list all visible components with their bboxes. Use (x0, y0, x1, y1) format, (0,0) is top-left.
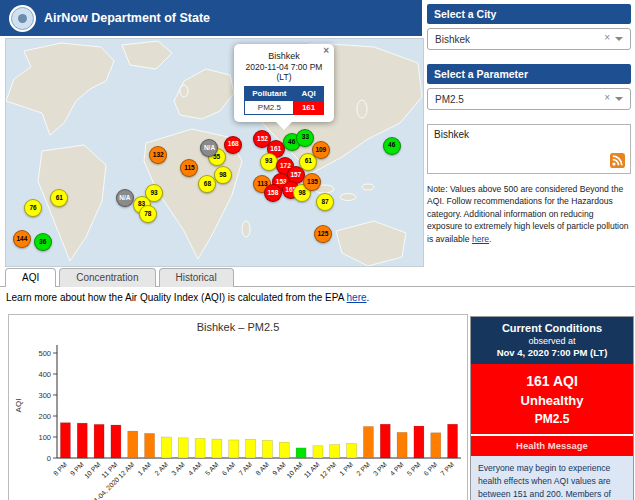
aqi-marker[interactable]: N/A (116, 189, 134, 207)
y-axis-title: AQI (14, 399, 23, 413)
chart-bar[interactable] (262, 440, 272, 458)
aqi-marker[interactable]: 87 (316, 193, 334, 211)
chart-bar[interactable] (296, 448, 306, 458)
aqi-marker[interactable]: 36 (34, 233, 52, 251)
chart-bar[interactable] (77, 423, 87, 458)
x-axis-label: 12 PM (319, 461, 338, 480)
city-select[interactable]: Bishkek × (427, 28, 631, 50)
page-title: AirNow Department of State (44, 11, 210, 25)
aqi-marker[interactable]: 76 (24, 199, 42, 217)
chart-canvas: 0100200300400500AQI8 PM9 PM10 PM11 PM11-… (9, 315, 467, 500)
chart-bar[interactable] (195, 438, 205, 458)
x-axis-label: 5 AM (204, 461, 220, 477)
observed-datetime: Nov 4, 2020 7:00 PM (LT) (475, 347, 629, 358)
learn-more-here-link[interactable]: here (347, 292, 367, 303)
chevron-down-icon[interactable] (615, 97, 623, 101)
chart-bar[interactable] (279, 442, 289, 458)
tab-concentration[interactable]: Concentration (59, 268, 155, 287)
aqi-marker[interactable]: 98 (214, 166, 232, 184)
tab-historical[interactable]: Historical (159, 268, 234, 287)
popup-local-time-label: (LT) (238, 72, 330, 82)
chart-bar[interactable] (313, 446, 323, 458)
chart-bar[interactable] (380, 424, 390, 458)
aqi-marker[interactable]: 115 (180, 159, 198, 177)
popup-city: Bishkek (238, 51, 330, 61)
parameter-select[interactable]: PM2.5 × (427, 88, 631, 110)
world-map[interactable]: 13211555N/A16898681521614633931726110915… (5, 38, 424, 267)
chart-bar[interactable] (128, 431, 138, 458)
y-axis-tick-label: 500 (38, 349, 51, 358)
chart-bar[interactable] (448, 424, 458, 458)
chart-bar[interactable] (145, 433, 155, 458)
tab-aqi[interactable]: AQI (5, 268, 56, 287)
aqi-marker[interactable]: 61 (50, 189, 68, 207)
x-axis-label: 2 PM (355, 461, 371, 477)
chart-bar[interactable] (94, 424, 104, 458)
chart-bar[interactable] (246, 439, 256, 458)
aqi-marker[interactable]: 78 (139, 205, 157, 223)
x-axis-label: 8 PM (52, 461, 68, 477)
aqi-marker[interactable]: N/A (200, 139, 218, 157)
popup-datetime: 2020-11-04 7:00 PM (238, 62, 330, 72)
app-header: AirNow Department of State (0, 0, 422, 36)
chart-bar[interactable] (161, 437, 171, 458)
x-axis-label: 11 AM (302, 461, 320, 479)
rss-icon[interactable] (610, 153, 625, 168)
note-suffix: . (489, 234, 491, 244)
chart-bar[interactable] (330, 445, 340, 458)
aqi-marker[interactable]: 125 (314, 225, 332, 243)
y-axis-tick-label: 100 (38, 433, 51, 442)
aqi-marker[interactable]: 46 (383, 137, 401, 155)
aqi-marker[interactable]: 144 (13, 230, 31, 248)
parameter-clear-icon[interactable]: × (604, 92, 610, 103)
y-axis-tick-label: 200 (38, 412, 51, 421)
rss-city-label: Bishkek (434, 129, 469, 140)
x-axis-label: 4 PM (389, 461, 405, 477)
learn-more-text: Learn more about how the Air Quality Ind… (6, 292, 369, 303)
airnow-page: AirNow Department of State 13211555N/A16… (0, 0, 635, 500)
aqi-marker[interactable]: 93 (260, 153, 278, 171)
aqi-marker[interactable]: 68 (198, 175, 216, 193)
popup-close-icon[interactable]: × (323, 45, 329, 56)
x-axis-label: 3 PM (372, 461, 388, 477)
map-markers: 13211555N/A16898681521614633931726110915… (6, 39, 423, 266)
chart-bar[interactable] (212, 439, 222, 458)
popup-aqi-table: Pollutant AQI PM2.5 161 (244, 86, 323, 115)
chart-bar[interactable] (414, 426, 424, 458)
aqi-marker[interactable]: 109 (312, 141, 330, 159)
popup-arrow (276, 122, 292, 130)
chart-bar[interactable] (347, 444, 357, 458)
x-axis-label: 7 AM (237, 461, 253, 477)
aqi-marker[interactable]: 33 (296, 129, 314, 147)
chart-bar[interactable] (363, 427, 373, 459)
note-text: Note: Values above 500 are considered Be… (427, 184, 629, 244)
x-axis-label: 2 AM (153, 461, 169, 477)
popup-pollutant-header: Pollutant (245, 87, 294, 101)
x-axis-label: 3 AM (170, 461, 186, 477)
aqi-marker[interactable]: 158 (264, 184, 282, 202)
chart-bar[interactable] (397, 432, 407, 458)
aqi-parameter: PM2.5 (475, 412, 629, 426)
popup-aqi-header: AQI (294, 87, 323, 101)
aqi-marker[interactable]: 132 (149, 146, 167, 164)
chart-bar[interactable] (178, 438, 188, 458)
select-city-header: Select a City (427, 4, 631, 24)
aqi-note: Note: Values above 500 are considered Be… (427, 183, 631, 245)
aqi-value: 161 AQI (475, 373, 629, 389)
x-axis-label: 10 AM (285, 461, 304, 480)
current-conditions-panel: Current Conditions observed at Nov 4, 20… (470, 316, 634, 500)
chart-bar[interactable] (229, 440, 239, 458)
city-clear-icon[interactable]: × (604, 32, 610, 43)
chart-bar[interactable] (431, 433, 441, 458)
aqi-bar-chart: 0100200300400500AQI8 PM9 PM10 PM11 PM11-… (8, 314, 468, 500)
popup-pollutant-value: PM2.5 (245, 101, 294, 115)
chart-bar[interactable] (111, 425, 121, 458)
aqi-marker[interactable]: 135 (303, 173, 321, 191)
chart-bar[interactable] (60, 423, 70, 458)
aqi-marker[interactable]: 168 (224, 136, 242, 154)
chevron-down-icon[interactable] (615, 37, 623, 41)
note-here-link[interactable]: here (472, 234, 489, 244)
x-axis-label: 8 AM (254, 461, 270, 477)
y-axis-tick-label: 0 (47, 454, 51, 463)
current-conditions-title: Current Conditions (475, 322, 629, 334)
